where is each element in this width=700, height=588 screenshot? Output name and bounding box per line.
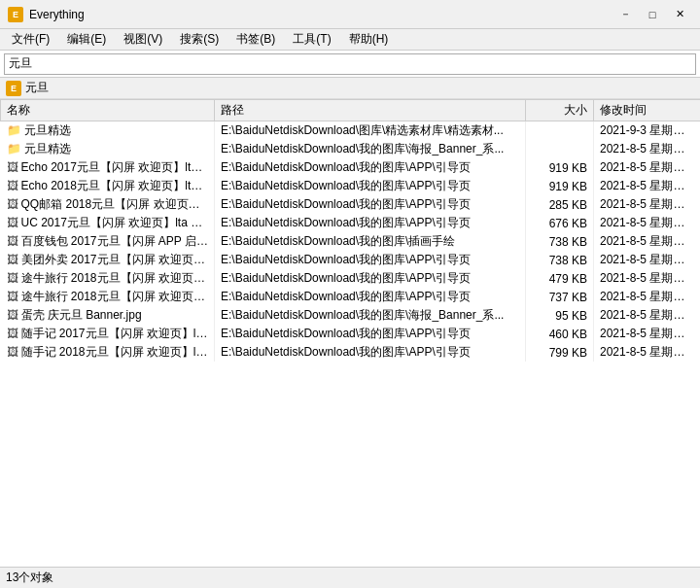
file-name-text: 元旦精选 — [24, 123, 71, 137]
file-size-cell: 95 KB — [526, 306, 594, 325]
file-icon: 🖼 — [7, 253, 18, 266]
file-date-cell: 2021-8-5 星期四 19:13 — [594, 306, 701, 325]
file-icon: 🖼 — [7, 216, 18, 229]
table-row[interactable]: 📁元旦精选E:\BaiduNetdiskDownload\图库\精选素材库\精选… — [1, 121, 701, 141]
menu-edit[interactable]: 编辑(E) — [59, 30, 114, 50]
file-size-cell: 285 KB — [526, 195, 594, 214]
file-name-text: 途牛旅行 2018元旦【闪屏 欢迎页】lta class=quot;... — [21, 271, 215, 285]
file-size-cell: 460 KB — [526, 325, 594, 343]
col-header-name[interactable]: 名称 — [1, 100, 215, 121]
file-date-cell: 2021-8-5 星期四 19:34 — [594, 343, 701, 362]
file-size-cell: 737 KB — [526, 288, 594, 306]
file-name-cell: 🖼QQ邮箱 2018元旦【闪屏 欢迎页】lta class=quot;j... — [1, 195, 215, 214]
table-row[interactable]: 🖼百度钱包 2017元旦【闪屏 APP 启动页 欢迎页 引导页...E:\Bai… — [1, 232, 701, 251]
file-name-cell: 🖼随手记 2018元旦【闪屏 欢迎页】lta class=quott;j... — [1, 343, 215, 362]
table-row[interactable]: 🖼Echo 2018元旦【闪屏 欢迎页】lta class=quot;.jpgE… — [1, 177, 701, 195]
file-icon: 🖼 — [7, 271, 18, 285]
menu-search[interactable]: 搜索(S) — [172, 30, 227, 50]
breadcrumb-text: 元旦 — [25, 80, 49, 96]
breadcrumb-icon: E — [6, 81, 21, 96]
col-header-date[interactable]: 修改时间 — [594, 100, 701, 121]
file-name-text: 随手记 2017元旦【闪屏 欢迎页】lta class=quott;j... — [21, 327, 215, 340]
file-date-cell: 2021-9-3 星期五 14:17 — [594, 121, 701, 141]
title-controls: － □ ✕ — [612, 5, 692, 24]
file-icon: 🖼 — [7, 308, 18, 322]
file-date-cell: 2021-8-5 星期四 19:34 — [594, 177, 701, 195]
file-path-cell: E:\BaiduNetdiskDownload\我的图库\APP\引导页 — [215, 195, 526, 214]
col-header-size[interactable]: 大小 — [526, 100, 594, 121]
file-path-cell: E:\BaiduNetdiskDownload\我的图库\APP\引导页 — [215, 325, 526, 343]
file-path-cell: E:\BaiduNetdiskDownload\我的图库\插画手绘 — [215, 232, 526, 251]
file-size-cell: 919 KB — [526, 177, 594, 195]
file-path-cell: E:\BaiduNetdiskDownload\我的图库\APP\引导页 — [215, 269, 526, 288]
file-size-cell: 738 KB — [526, 251, 594, 269]
file-size-cell: 919 KB — [526, 158, 594, 177]
file-icon: 🖼 — [7, 290, 18, 303]
title-text: Everything — [29, 8, 85, 21]
file-name-text: Echo 2017元旦【闪屏 欢迎页】lta class=quot;.jpg — [21, 160, 215, 174]
file-name-text: 蛋壳 庆元旦 Banner.jpg — [21, 308, 142, 322]
maximize-button[interactable]: □ — [640, 5, 665, 24]
file-name-text: 随手记 2018元旦【闪屏 欢迎页】lta class=quott;j... — [21, 345, 215, 359]
table-row[interactable]: 📁元旦精选E:\BaiduNetdiskDownload\我的图库\海报_Ban… — [1, 140, 701, 158]
status-bar: 13个对象 — [0, 567, 700, 588]
menu-tools[interactable]: 工具(T) — [285, 30, 338, 50]
file-size-cell: 676 KB — [526, 214, 594, 232]
file-path-cell: E:\BaiduNetdiskDownload\我的图库\APP\引导页 — [215, 158, 526, 177]
file-path-cell: E:\BaiduNetdiskDownload\我的图库\APP\引导页 — [215, 288, 526, 306]
minimize-button[interactable]: － — [612, 5, 638, 24]
file-date-cell: 2021-8-5 星期四 19:33 — [594, 269, 701, 288]
file-name-cell: 🖼美团外卖 2017元旦【闪屏 欢迎页】lta class=quot;... — [1, 251, 215, 269]
search-input[interactable] — [4, 53, 696, 75]
file-name-text: Echo 2018元旦【闪屏 欢迎页】lta class=quot;.jpg — [21, 179, 215, 192]
table-row[interactable]: 🖼蛋壳 庆元旦 Banner.jpgE:\BaiduNetdiskDownloa… — [1, 306, 701, 325]
title-bar: E Everything － □ ✕ — [0, 0, 700, 29]
file-icon: 🖼 — [7, 234, 18, 248]
folder-icon: 📁 — [7, 142, 21, 156]
table-row[interactable]: 🖼UC 2017元旦【闪屏 欢迎页】lta class=quot;j...E:\… — [1, 214, 701, 232]
file-list-container[interactable]: 名称 路径 大小 修改时间 📁元旦精选E:\BaiduNetdiskDownlo… — [0, 99, 700, 567]
menu-help[interactable]: 帮助(H) — [341, 30, 397, 50]
file-name-cell: 🖼百度钱包 2017元旦【闪屏 APP 启动页 欢迎页 引导页... — [1, 232, 215, 251]
menu-bookmarks[interactable]: 书签(B) — [228, 30, 283, 50]
table-row[interactable]: 🖼QQ邮箱 2018元旦【闪屏 欢迎页】lta class=quot;j...E… — [1, 195, 701, 214]
close-button[interactable]: ✕ — [667, 5, 692, 24]
file-tbody: 📁元旦精选E:\BaiduNetdiskDownload\图库\精选素材库\精选… — [1, 121, 701, 363]
file-date-cell: 2021-8-5 星期四 19:13 — [594, 140, 701, 158]
file-name-cell: 🖼蛋壳 庆元旦 Banner.jpg — [1, 306, 215, 325]
file-name-cell: 🖼Echo 2017元旦【闪屏 欢迎页】lta class=quot;.jpg — [1, 158, 215, 177]
table-row[interactable]: 🖼随手记 2018元旦【闪屏 欢迎页】lta class=quott;j...E… — [1, 343, 701, 362]
file-name-cell: 🖼UC 2017元旦【闪屏 欢迎页】lta class=quot;j... — [1, 214, 215, 232]
menu-file[interactable]: 文件(F) — [4, 30, 57, 50]
file-icon: 🖼 — [7, 179, 18, 192]
file-path-cell: E:\BaiduNetdiskDownload\我的图库\海报_Banner_系… — [215, 140, 526, 158]
file-date-cell: 2021-8-5 星期四 19:33 — [594, 158, 701, 177]
file-path-cell: E:\BaiduNetdiskDownload\我的图库\APP\引导页 — [215, 251, 526, 269]
file-path-cell: E:\BaiduNetdiskDownload\我的图库\海报_Banner_系… — [215, 306, 526, 325]
table-header-row: 名称 路径 大小 修改时间 — [1, 100, 701, 121]
table-row[interactable]: 🖼随手记 2017元旦【闪屏 欢迎页】lta class=quott;j...E… — [1, 325, 701, 343]
file-date-cell: 2021-8-5 星期四 19:33 — [594, 325, 701, 343]
search-bar — [0, 51, 700, 78]
file-date-cell: 2021-8-5 星期四 19:13 — [594, 251, 701, 269]
file-name-cell: 🖼途牛旅行 2018元旦【闪屏 欢迎页】lta class=quot;... — [1, 269, 215, 288]
file-date-cell: 2021-8-5 星期四 19:34 — [594, 214, 701, 232]
table-row[interactable]: 🖼途牛旅行 2018元旦【闪屏 欢迎页】lta class=quot;...E:… — [1, 269, 701, 288]
file-path-cell: E:\BaiduNetdiskDownload\我的图库\APP\引导页 — [215, 214, 526, 232]
menu-view[interactable]: 视图(V) — [116, 30, 170, 50]
breadcrumb-bar: E 元旦 — [0, 78, 700, 99]
file-path-cell: E:\BaiduNetdiskDownload\我的图库\APP\引导页 — [215, 177, 526, 195]
app-icon: E — [8, 7, 23, 22]
table-row[interactable]: 🖼Echo 2017元旦【闪屏 欢迎页】lta class=quot;.jpgE… — [1, 158, 701, 177]
col-header-path[interactable]: 路径 — [215, 100, 526, 121]
file-name-cell: 📁元旦精选 — [1, 121, 215, 141]
file-size-cell — [526, 140, 594, 158]
file-icon: 🖼 — [7, 345, 18, 359]
file-name-text: 百度钱包 2017元旦【闪屏 APP 启动页 欢迎页 引导页... — [21, 234, 215, 248]
table-row[interactable]: 🖼途牛旅行 2018元旦【闪屏 欢迎页】lta class=quot;...E:… — [1, 288, 701, 306]
file-name-text: 元旦精选 — [24, 142, 71, 156]
status-count: 13个对象 — [6, 570, 53, 586]
table-row[interactable]: 🖼美团外卖 2017元旦【闪屏 欢迎页】lta class=quot;...E:… — [1, 251, 701, 269]
file-size-cell — [526, 121, 594, 141]
file-date-cell: 2021-8-5 星期四 19:33 — [594, 288, 701, 306]
